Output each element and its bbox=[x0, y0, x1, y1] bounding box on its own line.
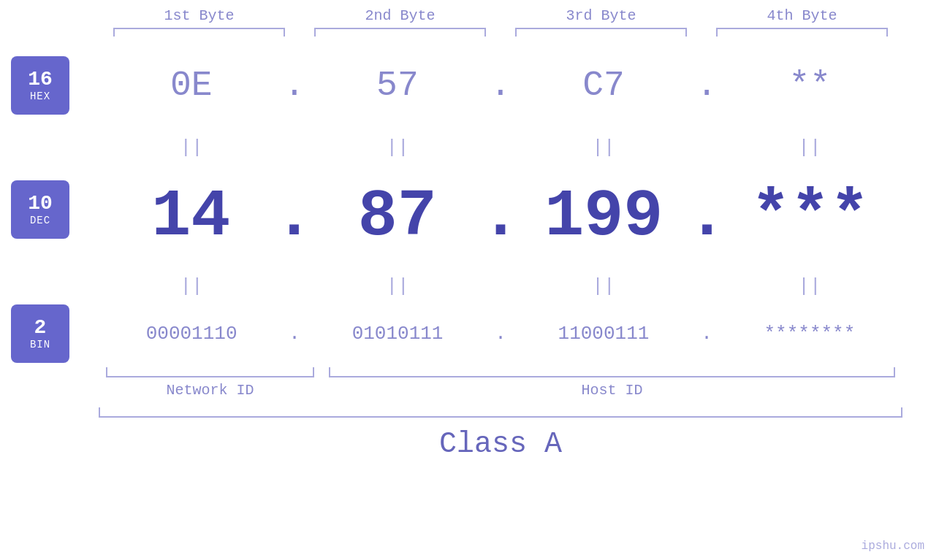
bin-b4-cell: ******** bbox=[717, 323, 902, 345]
bin-b1-value: 00001110 bbox=[146, 323, 237, 345]
eq2-b4: || bbox=[717, 275, 902, 297]
right-data: 0E . 57 . C7 . ** bbox=[99, 42, 939, 461]
hex-cells: 0E . 57 . C7 . ** bbox=[99, 66, 902, 105]
eq1-gap2 bbox=[490, 137, 511, 158]
watermark: ipshu.com bbox=[862, 540, 924, 553]
bin-bottom-brackets bbox=[99, 366, 902, 377]
bracket-vr-2 bbox=[484, 28, 486, 37]
bin-b3-cell: 11000111 bbox=[511, 323, 696, 345]
dec-badge-wrapper: 10 DEC bbox=[11, 166, 99, 253]
net-bracket-vl bbox=[106, 367, 107, 377]
hex-row: 0E . 57 . C7 . ** bbox=[99, 42, 939, 129]
host-id-label: Host ID bbox=[322, 382, 902, 399]
eq1-b4: || bbox=[717, 137, 902, 158]
dec-b2-cell: 87 bbox=[305, 180, 490, 254]
hex-badge: 16 HEX bbox=[11, 56, 69, 115]
dec-b4-value: *** bbox=[751, 180, 870, 254]
eq2-b3-text: || bbox=[592, 275, 615, 297]
bin-cells: 00001110 . 01010111 . 11000111 . *******… bbox=[99, 323, 902, 345]
eq-row-1: || || || || bbox=[99, 129, 939, 166]
eq1-b1-text: || bbox=[180, 137, 202, 158]
full-bottom-bracket bbox=[99, 406, 902, 418]
bin-b2-value: 01010111 bbox=[352, 323, 444, 345]
byte3-header: 3rd Byte bbox=[501, 7, 702, 24]
dec-badge-label: DEC bbox=[30, 215, 50, 226]
eq1-gap1 bbox=[284, 137, 305, 158]
bracket-h-1 bbox=[113, 28, 285, 29]
host-bracket-vl bbox=[329, 367, 330, 377]
hex-b4-cell: ** bbox=[718, 66, 902, 105]
host-bracket bbox=[322, 366, 902, 377]
data-section: 16 HEX 10 DEC 2 BIN bbox=[0, 42, 939, 461]
bin-badge-number: 2 bbox=[34, 317, 47, 340]
top-brackets bbox=[99, 28, 939, 38]
dec-b2-value: 87 bbox=[358, 180, 437, 254]
bracket-seg-3 bbox=[501, 28, 702, 38]
eq2-b2: || bbox=[305, 275, 490, 297]
eq-cells-2: || || || || bbox=[99, 275, 902, 297]
badges-column: 16 HEX 10 DEC 2 BIN bbox=[0, 42, 99, 461]
dot-dec-1: . bbox=[284, 180, 305, 254]
eq1-b3: || bbox=[511, 137, 696, 158]
net-bracket-h bbox=[106, 376, 314, 377]
eq2-b1-text: || bbox=[180, 275, 202, 297]
bin-badge-wrapper: 2 BIN bbox=[11, 290, 99, 377]
dot-bin-1: . bbox=[284, 323, 305, 345]
bracket-h-4 bbox=[716, 28, 888, 29]
eq2-gap2 bbox=[490, 275, 511, 297]
hex-badge-number: 16 bbox=[28, 69, 53, 91]
net-bracket bbox=[99, 366, 322, 377]
bin-b3-value: 11000111 bbox=[558, 323, 650, 345]
dot-hex-3: . bbox=[696, 66, 718, 105]
hex-eq-wrapper bbox=[11, 129, 99, 166]
byte4-header: 4th Byte bbox=[702, 7, 902, 24]
bin-b4-value: ******** bbox=[764, 323, 856, 345]
eq-row-2: || || || || bbox=[99, 268, 939, 304]
bracket-vl-3 bbox=[515, 28, 517, 37]
hex-b4-value: ** bbox=[789, 66, 832, 105]
eq1-b3-text: || bbox=[592, 137, 615, 158]
byte2-header: 2nd Byte bbox=[300, 7, 501, 24]
bin-row: 00001110 . 01010111 . 11000111 . *******… bbox=[99, 304, 939, 363]
eq1-b2: || bbox=[305, 137, 490, 158]
eq2-b2-text: || bbox=[386, 275, 408, 297]
bracket-vl-1 bbox=[113, 28, 115, 37]
bracket-seg-1 bbox=[99, 28, 300, 38]
bracket-vr-4 bbox=[886, 28, 888, 37]
hex-b2-cell: 57 bbox=[305, 66, 490, 105]
dec-badge-number: 10 bbox=[28, 193, 53, 215]
dot-dec-2: . bbox=[490, 180, 512, 254]
hex-b1-value: 0E bbox=[170, 66, 213, 105]
dec-b3-cell: 199 bbox=[512, 180, 696, 254]
bracket-vl-2 bbox=[314, 28, 316, 37]
dec-b4-cell: *** bbox=[718, 180, 903, 254]
bin-b1-cell: 00001110 bbox=[99, 323, 284, 345]
net-bracket-vr bbox=[313, 367, 314, 377]
dot-hex-1: . bbox=[284, 66, 305, 105]
byte1-header: 1st Byte bbox=[99, 7, 300, 24]
eq1-b1: || bbox=[99, 137, 284, 158]
eq1-b4-text: || bbox=[798, 137, 821, 158]
bracket-vl-4 bbox=[716, 28, 718, 37]
dot-hex-2: . bbox=[490, 66, 512, 105]
full-bracket-vl bbox=[99, 407, 100, 418]
bin-badge-label: BIN bbox=[30, 339, 50, 350]
bin-b2-cell: 01010111 bbox=[305, 323, 490, 345]
eq2-b3: || bbox=[511, 275, 696, 297]
dec-b1-cell: 14 bbox=[99, 180, 284, 254]
eq1-b2-text: || bbox=[386, 137, 408, 158]
dec-badge: 10 DEC bbox=[11, 180, 69, 239]
bracket-vr-1 bbox=[284, 28, 285, 37]
hex-b3-value: C7 bbox=[582, 66, 625, 105]
host-bracket-vr bbox=[894, 367, 895, 377]
dec-b1-value: 14 bbox=[151, 180, 230, 254]
eq2-b4-text: || bbox=[798, 275, 821, 297]
eq2-gap1 bbox=[284, 275, 305, 297]
hex-b2-value: 57 bbox=[376, 66, 419, 105]
dec-cells: 14 . 87 . 199 . *** bbox=[99, 180, 902, 254]
eq-cells-1: || || || || bbox=[99, 137, 902, 158]
eq1-gap3 bbox=[696, 137, 717, 158]
hex-b3-cell: C7 bbox=[511, 66, 696, 105]
id-labels-row: Network ID Host ID bbox=[99, 382, 902, 399]
bracket-vr-3 bbox=[685, 28, 687, 37]
